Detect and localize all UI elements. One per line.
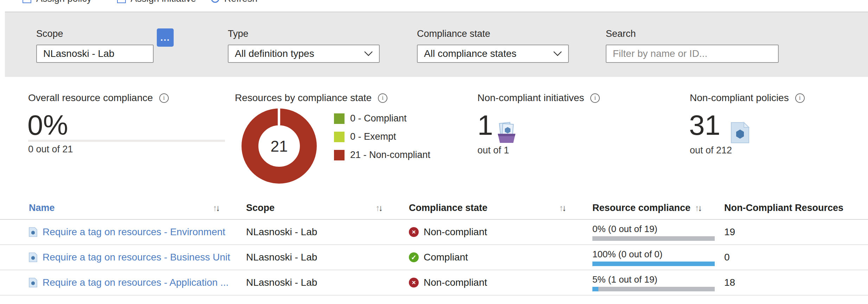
chevron-down-icon (364, 51, 373, 56)
search-label: Search (606, 28, 779, 39)
assign-initiative-button[interactable]: Assign initiative (117, 0, 196, 4)
legend-label: 0 - Exempt (350, 131, 396, 142)
info-icon[interactable]: i (590, 93, 600, 103)
policy-doc-icon (29, 278, 37, 288)
scope-value: NLasnoski - Lab (43, 48, 114, 59)
sort-icon[interactable]: ↑↓ (213, 203, 220, 213)
policy-doc-icon (29, 227, 37, 237)
compliance-state-dropdown[interactable]: All compliance states (417, 45, 569, 63)
search-filter: Search (606, 28, 779, 63)
donut-title-row: Resources by compliance state i (235, 92, 387, 104)
compliance-donut-chart: 21 (238, 105, 320, 187)
policies-subtext: out of 212 (690, 145, 732, 156)
scope-cell: NLasnoski - Lab (246, 277, 409, 288)
donut-center-value: 21 (271, 138, 288, 155)
table-row: Require a tag on resources - Application… (0, 270, 868, 296)
policy-compliance-page: Assign policy Assign initiative Refresh … (0, 0, 868, 304)
legend-swatch-exempt (334, 132, 345, 142)
sort-icon[interactable]: ↑↓ (695, 203, 702, 213)
state-text: Non-compliant (424, 277, 487, 288)
initiatives-value: 1 (477, 111, 493, 139)
legend-item-compliant: 0 - Compliant (334, 113, 407, 124)
summary-cards: Overall resource compliance i 0% 0 out o… (0, 90, 868, 197)
legend-item-non-compliant: 21 - Non-compliant (334, 150, 430, 160)
legend-item-exempt: 0 - Exempt (334, 131, 396, 142)
resource-compliance-text: 100% (0 out of 0) (592, 249, 662, 260)
refresh-button[interactable]: Refresh (211, 0, 258, 4)
legend-swatch-compliant (334, 113, 345, 124)
info-icon[interactable]: i (159, 93, 169, 103)
refresh-label: Refresh (224, 0, 258, 4)
overall-compliance-underline (28, 140, 225, 142)
compliance-state-value: All compliance states (424, 48, 516, 59)
scope-browse-button[interactable]: ... (157, 28, 174, 47)
initiatives-title-row: Non-compliant initiatives i (477, 92, 600, 104)
command-bar: Assign policy Assign initiative Refresh (0, 0, 868, 6)
column-header-scope[interactable]: Scope ↑↓ (246, 203, 409, 213)
policy-icon (731, 122, 750, 144)
assign-policy-icon (22, 0, 31, 3)
table-row: Require a tag on resources - Business Un… (0, 245, 868, 270)
initiative-icon (495, 122, 518, 144)
assign-initiative-icon (117, 0, 126, 3)
initiatives-subtext: out of 1 (477, 145, 509, 156)
scope-cell: NLasnoski - Lab (246, 252, 409, 263)
type-value: All definition types (235, 48, 314, 59)
filter-bar: Scope NLasnoski - Lab ... Type All defin… (5, 12, 868, 77)
legend-swatch-non-compliant (334, 150, 345, 160)
sort-icon[interactable]: ↑↓ (375, 203, 383, 213)
overall-compliance-title: Overall resource compliance (28, 92, 153, 104)
legend-label: 21 - Non-compliant (350, 150, 430, 160)
refresh-icon (211, 0, 219, 3)
non-compliant-resources-count: 0 (724, 252, 868, 263)
overall-compliance-percent: 0% (27, 111, 68, 139)
sort-icon[interactable]: ↑↓ (559, 203, 566, 213)
assign-initiative-label: Assign initiative (131, 0, 196, 4)
compliance-state-label: Compliance state (417, 28, 569, 39)
compliance-state-filter: Compliance state All compliance states (417, 28, 569, 63)
resource-compliance-text: 0% (0 out of 19) (592, 224, 657, 234)
policies-title-row: Non-compliant policies i (690, 92, 805, 104)
policy-name-link[interactable]: Require a tag on resources - Application… (43, 277, 229, 288)
state-icon: × (409, 227, 419, 237)
policy-doc-icon (29, 252, 37, 262)
type-dropdown[interactable]: All definition types (228, 45, 380, 63)
scope-filter: Scope NLasnoski - Lab (36, 28, 154, 63)
column-header-name[interactable]: Name ↑↓ (29, 203, 246, 213)
non-compliant-resources-count: 19 (724, 226, 868, 238)
scope-cell: NLasnoski - Lab (246, 226, 409, 238)
info-icon[interactable]: i (795, 93, 805, 103)
non-compliant-resources-count: 18 (724, 277, 868, 288)
resource-compliance-bar (592, 287, 715, 291)
chevron-down-icon (553, 51, 562, 56)
state-icon: × (409, 278, 419, 288)
table-row: Require a tag on resources - Environment… (0, 220, 868, 245)
type-label: Type (228, 28, 380, 39)
policy-name-link[interactable]: Require a tag on resources - Business Un… (43, 252, 230, 263)
resource-compliance-bar (592, 236, 715, 241)
scope-input[interactable]: NLasnoski - Lab (36, 45, 154, 63)
overall-compliance-title-row: Overall resource compliance i (28, 92, 169, 104)
column-header-compliance-state[interactable]: Compliance state ↑↓ (409, 203, 592, 213)
resource-compliance-bar (592, 262, 715, 266)
initiatives-title: Non-compliant initiatives (477, 92, 584, 104)
scope-label: Scope (36, 28, 154, 39)
policy-name-link[interactable]: Require a tag on resources - Environment (43, 226, 225, 238)
state-text: Non-compliant (424, 226, 487, 238)
legend-label: 0 - Compliant (350, 113, 407, 124)
table-header: Name ↑↓ Scope ↑↓ Compliance state ↑↓ Res… (0, 197, 868, 220)
assign-policy-label: Assign policy (36, 0, 92, 4)
assign-policy-button[interactable]: Assign policy (22, 0, 92, 4)
donut-title: Resources by compliance state (235, 92, 372, 104)
info-icon[interactable]: i (378, 93, 387, 103)
column-header-non-compliant-resources[interactable]: Non-Compliant Resources (724, 203, 868, 213)
type-filter: Type All definition types (228, 28, 380, 63)
overall-compliance-subtext: 0 out of 21 (28, 144, 73, 155)
column-header-resource-compliance[interactable]: Resource compliance ↑↓ (592, 203, 724, 213)
policies-value: 31 (689, 111, 720, 139)
search-input[interactable] (613, 48, 772, 59)
policies-title: Non-compliant policies (690, 92, 789, 104)
state-text: Compliant (424, 252, 468, 263)
resource-compliance-text: 5% (1 out of 19) (592, 274, 657, 285)
state-icon: ✓ (409, 252, 419, 262)
